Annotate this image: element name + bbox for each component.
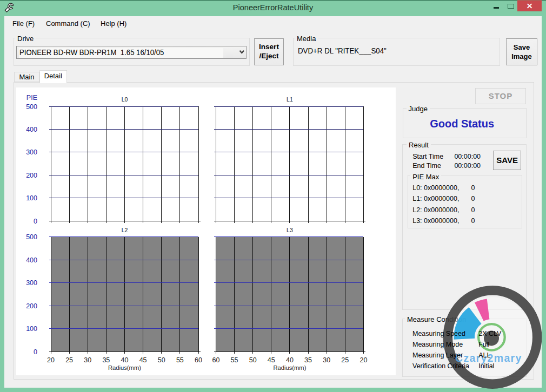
svg-text:400: 400	[26, 125, 37, 133]
svg-text:35: 35	[102, 356, 110, 364]
svg-text:20: 20	[47, 356, 55, 364]
svg-text:60: 60	[195, 356, 202, 364]
svg-text:40: 40	[121, 356, 129, 364]
svg-text:55: 55	[176, 356, 184, 364]
svg-text:300: 300	[26, 279, 37, 287]
svg-text:100: 100	[26, 194, 37, 202]
svg-text:35: 35	[304, 356, 312, 364]
svg-text:300: 300	[26, 148, 37, 156]
svg-text:45: 45	[139, 356, 147, 364]
svg-text:40: 40	[286, 356, 294, 364]
svg-text:30: 30	[84, 356, 91, 364]
svg-text:100: 100	[26, 325, 37, 333]
svg-text:25: 25	[65, 356, 73, 364]
svg-text:60: 60	[212, 356, 219, 364]
svg-text:L0: L0	[122, 96, 128, 102]
svg-text:50: 50	[158, 356, 165, 364]
svg-text:55: 55	[231, 356, 238, 364]
svg-text:L1: L1	[287, 96, 293, 102]
svg-text:Radius(mm): Radius(mm)	[108, 364, 141, 370]
svg-text:50: 50	[249, 356, 257, 364]
svg-text:500: 500	[26, 103, 37, 110]
svg-text:L2: L2	[122, 227, 128, 233]
svg-text:500: 500	[26, 233, 37, 241]
svg-text:L3: L3	[287, 227, 293, 233]
svg-text:0: 0	[34, 348, 37, 356]
svg-text:200: 200	[26, 171, 37, 179]
svg-text:30: 30	[323, 356, 330, 364]
svg-text:20: 20	[359, 356, 367, 364]
svg-text:0: 0	[34, 217, 37, 225]
svg-text:PIE: PIE	[26, 94, 37, 102]
svg-text:25: 25	[341, 356, 349, 364]
svg-text:Radius(mm): Radius(mm)	[273, 364, 306, 370]
svg-text:400: 400	[26, 256, 37, 263]
svg-text:200: 200	[26, 302, 37, 309]
svg-text:45: 45	[268, 356, 275, 364]
